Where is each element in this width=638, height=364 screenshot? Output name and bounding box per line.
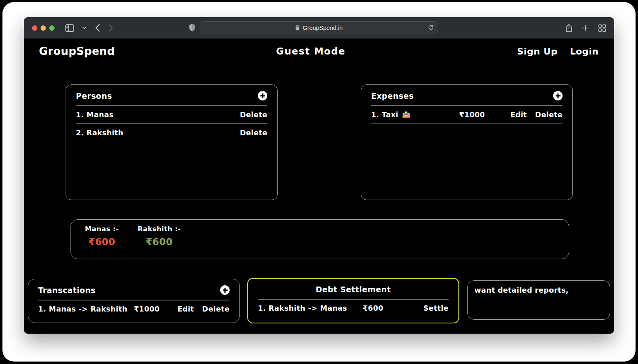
reports-text: want detailed reports, xyxy=(468,281,610,300)
toolbar-right-icons xyxy=(565,24,606,32)
share-icon[interactable] xyxy=(565,24,572,32)
lock-icon xyxy=(295,25,300,30)
taxi-icon xyxy=(402,111,410,118)
debt-row: 1. Rakshith -> Manas ₹600 Settle xyxy=(258,300,449,317)
browser-window: GroupSpend.in xyxy=(24,17,614,334)
traffic-lights xyxy=(32,25,55,31)
expense-amount: ₹1000 xyxy=(459,111,510,119)
expense-row: 1. Taxi ₹1000 xyxy=(371,106,563,123)
debt-settlement-title: Debt Settlement xyxy=(316,285,391,294)
persons-panel: Persons 1. Manas Delete 2. Rakshith Dele… xyxy=(66,84,278,200)
transactions-title: Transcations xyxy=(38,286,96,295)
address-bar[interactable]: GroupSpend.in xyxy=(200,21,438,34)
edit-expense-button[interactable]: Edit xyxy=(510,111,527,119)
debt-settlement-panel: Debt Settlement 1. Rakshith -> Manas ₹60… xyxy=(247,278,459,323)
persons-title: Persons xyxy=(76,91,112,100)
expenses-title: Expenses xyxy=(371,91,414,100)
person-name: 2. Rakshith xyxy=(76,129,240,137)
chevron-down-icon[interactable] xyxy=(82,26,87,30)
app-content: GroupSpend Guest Mode Sign Up Login Pers… xyxy=(24,39,614,334)
transaction-label: 1. Manas -> Rakshith xyxy=(38,305,134,313)
login-button[interactable]: Login xyxy=(570,46,599,57)
delete-transaction-button[interactable]: Delete xyxy=(202,305,230,313)
debt-amount: ₹600 xyxy=(363,304,424,312)
delete-person-button[interactable]: Delete xyxy=(240,129,267,137)
balance-person-name: Manas :- xyxy=(85,225,119,233)
balance-block: Rakshith :- ₹600 xyxy=(138,225,181,247)
zoom-button[interactable] xyxy=(49,25,55,31)
expenses-panel: Expenses 1. Taxi xyxy=(361,84,573,200)
tab-overview-icon[interactable] xyxy=(598,24,606,32)
sidebar-toggle-icon[interactable] xyxy=(65,24,74,32)
minimize-button[interactable] xyxy=(41,25,46,31)
add-person-button[interactable] xyxy=(258,91,267,100)
divider xyxy=(371,123,563,124)
transactions-panel: Transcations 1. Manas -> Rakshith ₹1000 … xyxy=(28,279,240,323)
app-logo: GroupSpend xyxy=(39,45,115,57)
balance-amount: ₹600 xyxy=(138,237,181,247)
close-button[interactable] xyxy=(32,25,37,31)
reload-icon[interactable] xyxy=(428,24,434,31)
delete-person-button[interactable]: Delete xyxy=(240,111,267,119)
page-background: GroupSpend.in xyxy=(0,0,638,364)
expense-name: 1. Taxi xyxy=(371,111,459,119)
forward-icon[interactable] xyxy=(108,24,114,32)
toolbar-divider xyxy=(78,24,78,32)
browser-toolbar: GroupSpend.in xyxy=(24,17,614,39)
balance-block: Manas :- ₹600 xyxy=(85,225,119,247)
settle-button[interactable]: Settle xyxy=(424,304,449,312)
desktop-frame: GroupSpend.in xyxy=(2,2,636,362)
new-tab-icon[interactable] xyxy=(582,25,589,32)
transaction-row: 1. Manas -> Rakshith ₹1000 Edit Delete xyxy=(38,300,230,318)
back-icon[interactable] xyxy=(95,24,100,32)
balance-person-name: Rakshith :- xyxy=(138,225,181,233)
edit-transaction-button[interactable]: Edit xyxy=(178,305,194,313)
auth-links: Sign Up Login xyxy=(517,46,599,57)
balance-amount: ₹600 xyxy=(85,237,119,247)
guest-mode-label: Guest Mode xyxy=(276,46,345,57)
address-text: GroupSpend.in xyxy=(303,25,343,31)
add-expense-button[interactable] xyxy=(553,91,563,100)
delete-expense-button[interactable]: Delete xyxy=(535,111,563,119)
person-name: 1. Manas xyxy=(76,111,240,119)
add-transaction-button[interactable] xyxy=(220,285,230,295)
debt-label: 1. Rakshith -> Manas xyxy=(258,304,363,312)
transaction-amount: ₹1000 xyxy=(134,305,178,313)
reports-panel: want detailed reports, xyxy=(467,280,610,320)
signup-button[interactable]: Sign Up xyxy=(517,46,558,57)
balance-panel: Manas :- ₹600 Rakshith :- ₹600 xyxy=(71,219,569,259)
person-row: 2. Rakshith Delete xyxy=(76,124,267,141)
person-row: 1. Manas Delete xyxy=(76,106,267,123)
shield-icon[interactable] xyxy=(189,23,196,32)
